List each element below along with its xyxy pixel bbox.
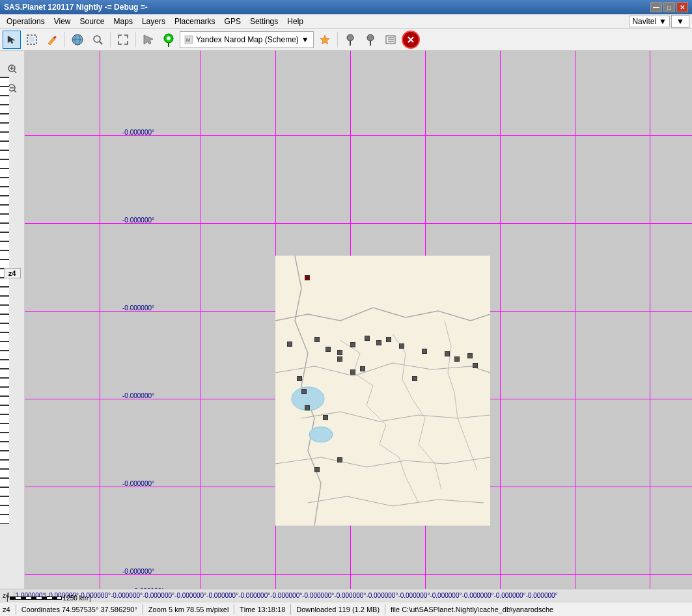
v-grid-line	[650, 51, 650, 589]
maximize-button[interactable]: □	[663, 2, 675, 12]
menu-help[interactable]: Help	[283, 16, 307, 27]
navitel-dropdown[interactable]: Navitel ▼	[629, 16, 670, 27]
main-area: z4 -0.000000° -0.000000° -0.000000° -0.0…	[0, 51, 692, 589]
green-marker-button[interactable]	[159, 31, 178, 49]
selection-tool-button[interactable]	[23, 31, 41, 49]
status-coordinates: Coordinates 74.957535° 37.586290°	[21, 606, 137, 613]
status-sep5	[385, 604, 385, 615]
toolbar-sep-3	[135, 32, 136, 47]
map-marker	[445, 351, 450, 356]
svg-point-34	[309, 427, 333, 442]
scale-bar-label: 1250 km	[63, 595, 88, 602]
scale-bar-area: | 1250 km |	[7, 595, 91, 602]
status-file: file C:\ut\SASPlanet.Nightly\cache_db\ya…	[391, 606, 553, 613]
svg-point-18	[367, 34, 374, 41]
coord-label: -0.000000°	[122, 304, 154, 312]
map-marker	[314, 337, 320, 342]
map-marker	[454, 356, 460, 362]
menu-operations[interactable]: Operations	[3, 16, 49, 27]
status-zoom: z4	[3, 606, 10, 613]
menu-layers[interactable]: Layers	[138, 16, 169, 27]
coord-label: -0.000000°	[122, 392, 154, 399]
map-marker	[314, 467, 320, 472]
close-button[interactable]: ✕	[676, 2, 688, 12]
svg-line-8	[100, 42, 102, 44]
bottom-coord-14: -0.000000°	[462, 592, 493, 599]
svg-text:M: M	[186, 38, 190, 42]
bottom-coord-5: -0.000000°	[174, 592, 206, 599]
bottom-coord-16: -0.000000°	[526, 592, 558, 599]
pencil-tool-button[interactable]	[43, 31, 61, 49]
statusbar: z4 Coordinates 74.957535° 37.586290° Zoo…	[0, 602, 692, 616]
map-marker	[467, 353, 473, 358]
svg-point-7	[94, 36, 100, 42]
svg-marker-9	[144, 35, 153, 44]
menu-gps[interactable]: GPS	[221, 16, 245, 27]
map-marker	[305, 405, 310, 410]
bottom-coord-12: -0.000000°	[398, 592, 430, 599]
menu-view[interactable]: View	[50, 16, 75, 27]
map-marker	[376, 340, 381, 345]
bottom-coord-7: -0.000000°	[238, 592, 270, 599]
minimize-button[interactable]: —	[650, 2, 662, 12]
stop-button[interactable]	[402, 31, 420, 49]
menu-maps[interactable]: Maps	[110, 16, 137, 27]
map-marker	[337, 350, 342, 355]
map-marker	[350, 369, 355, 375]
map-marker	[297, 376, 302, 381]
map-marker	[365, 336, 370, 341]
layers-button[interactable]	[316, 31, 334, 49]
bottom-coord-6: -0.000000°	[206, 592, 238, 599]
bottom-coord-11: -0.000000°	[366, 592, 398, 599]
bottom-coord-15: -0.000000°	[494, 592, 526, 599]
menu-settings[interactable]: Settings	[246, 16, 282, 27]
svg-rect-2	[29, 37, 35, 42]
status-downloaded: Downloaded 119 (1.2 MB)	[296, 606, 380, 613]
map-roads-svg	[275, 256, 490, 526]
bottom-coord-4: -0.000000°	[143, 592, 174, 599]
scale-bar-end: |	[89, 595, 91, 602]
menu-source[interactable]: Source	[76, 16, 109, 27]
nav-extra-button[interactable]: ▼	[671, 15, 689, 28]
globe-button[interactable]	[68, 31, 87, 49]
zoom-in-button[interactable]	[3, 60, 21, 78]
map-area[interactable]: -0.000000° -0.000000° -0.000000° -0.0000…	[25, 51, 692, 589]
v-grid-line	[575, 51, 575, 589]
scale-bar-value: |	[7, 595, 8, 602]
v-grid-line	[201, 51, 201, 589]
pin2-button[interactable]	[361, 31, 380, 49]
map-source-label: Yandex Narod Map (Scheme)	[196, 35, 299, 44]
map-marker	[386, 337, 391, 342]
status-zoom-scale: Zoom 5 km 78.55 m/pixel	[148, 606, 229, 613]
menu-placemarks[interactable]: Placemarks	[171, 16, 219, 27]
map-source-dropdown[interactable]: M Yandex Narod Map (Scheme) ▼	[180, 31, 314, 48]
toolbar: M Yandex Narod Map (Scheme) ▼	[0, 29, 692, 51]
coord-label: -0.000000°	[122, 217, 154, 224]
magnifier-button[interactable]	[89, 31, 107, 49]
map-move-button[interactable]	[139, 31, 158, 49]
status-sep4	[290, 604, 291, 615]
status-sep	[16, 604, 16, 615]
map-marker	[473, 363, 478, 368]
menubar: Operations View Source Maps Layers Place…	[0, 14, 692, 29]
pin1-button[interactable]	[341, 31, 359, 49]
bottom-coord-3: -0.000000°	[111, 592, 143, 599]
v-grid-line	[100, 51, 100, 589]
map-source-dropdown-icon: ▼	[301, 35, 309, 44]
titlebar: SAS.Planet 120117 Nightly -= Debug =- — …	[0, 0, 692, 14]
map-marker	[337, 356, 342, 362]
v-grid-line	[500, 51, 501, 589]
svg-marker-15	[320, 35, 329, 44]
list-button[interactable]	[381, 31, 400, 49]
map-marker	[325, 347, 331, 352]
map-marker	[323, 415, 328, 420]
bottom-coord-8: -0.000000°	[270, 592, 302, 599]
left-toolbar: z4	[0, 51, 25, 589]
map-marker	[360, 366, 365, 371]
navitel-label: Navitel	[632, 17, 656, 26]
toolbar-sep-4	[337, 32, 338, 47]
expand-button[interactable]	[114, 31, 132, 49]
pointer-tool-button[interactable]	[3, 31, 21, 49]
svg-marker-0	[8, 36, 15, 44]
coord-label: -0.000000°	[122, 129, 154, 136]
